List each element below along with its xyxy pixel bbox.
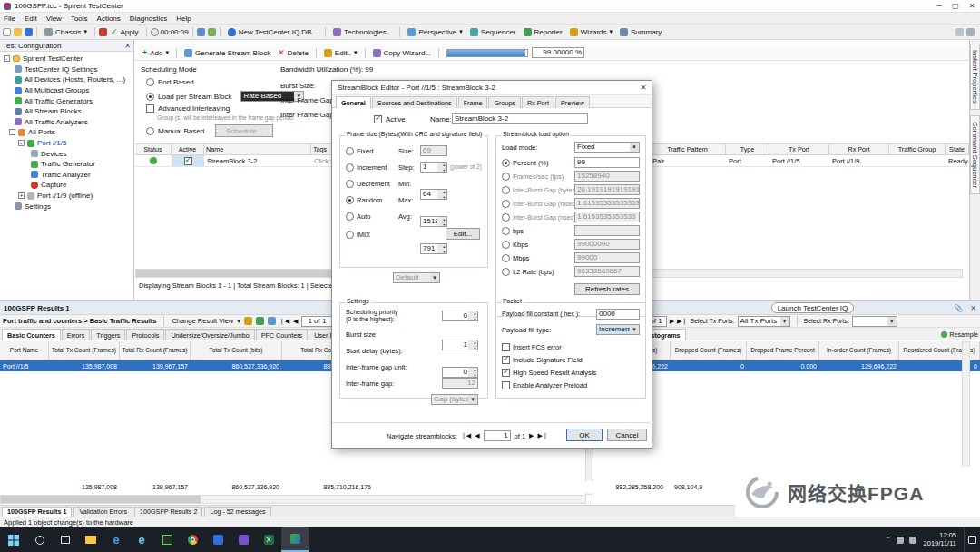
ok-button[interactable]: OK [566,429,603,441]
hsra-checkbox[interactable]: High Speed Result Analysis [502,369,596,377]
add-button[interactable]: +Add▾ [139,45,172,60]
load-mode-select[interactable]: Fixed [574,142,640,153]
auto-radio[interactable]: Auto [346,212,370,221]
nav-page-field[interactable]: 1 [484,430,511,441]
menu-actions[interactable]: Actions [97,15,121,23]
nav-prev-icon[interactable]: ◀ [475,432,479,439]
select-rx-ports-select[interactable] [852,316,897,327]
tab-basic-counters[interactable]: Basic Counters [2,329,61,340]
tree-item-iq-settings[interactable]: TestCenter IQ Settings [2,64,133,75]
tree-item-all-devices[interactable]: All Devices (Hosts, Routers, ...) [2,74,133,85]
active-checkbox[interactable]: Active [374,115,406,123]
fill-type-select[interactable]: Increment [596,324,640,335]
manual-based-radio[interactable]: Manual BasedSchedule... [146,124,273,137]
ifg-field[interactable]: 12 [442,378,478,389]
clock[interactable]: 12:05 2019/11/11 [924,532,956,547]
mbps-radio[interactable]: Mbps [502,254,529,262]
export-icon[interactable] [244,317,252,325]
tab-preview[interactable]: Preview [555,96,590,108]
tab-pfc-counters[interactable]: PFC Counters [256,329,309,340]
help-icon[interactable] [966,28,975,36]
ibg-nsec-field[interactable]: 1.6153535353533 [574,212,640,222]
percent-radio[interactable]: Percent (%) [502,159,549,167]
min-field[interactable]: 64 [420,189,447,200]
col-traffic-group[interactable]: Traffic Group [889,144,946,154]
ibg-msec-radio[interactable]: Inter-Burst Gap (msec) [502,200,577,208]
col-total-tx-bits[interactable]: Total Tx Count (bits) [191,341,282,360]
collapse-icon[interactable]: - [9,129,15,135]
col-active[interactable]: Active [172,144,204,154]
menu-file[interactable]: File [4,15,15,23]
start-button[interactable] [0,527,27,552]
excel-icon[interactable] [256,317,264,325]
col-dropped-count[interactable]: Dropped Count (Frames) [671,341,747,360]
open-folder-icon[interactable] [14,28,22,36]
nav-last-icon[interactable]: ▶❘ [538,432,548,439]
resample-button[interactable]: Resample [941,331,978,338]
dock-icon[interactable] [956,28,964,36]
chart-icon[interactable] [268,317,276,325]
fixed-radio[interactable]: Fixed [346,147,373,155]
random-radio[interactable]: Random [346,196,382,204]
utilization-percent-field[interactable]: 99.00000 % [532,47,584,58]
ibg-bytes-field[interactable]: 20.1919191919191 [574,184,640,195]
minimize-button[interactable]: ─ [931,0,947,12]
ibg-msec-field[interactable]: 1.61535353535353 [574,198,640,209]
results-left-hscrollbar[interactable] [0,495,586,504]
volume-tray-icon[interactable] [909,537,916,544]
tree-item-traffic-analyzers[interactable]: All Traffic Analyzers [2,117,133,128]
signature-checkbox[interactable]: Include Signature Field [502,356,583,364]
tab-general[interactable]: General [336,96,371,108]
chassis-button[interactable]: Chassis▾ [41,25,91,39]
bps-field[interactable] [574,225,640,236]
apply-button[interactable]: ✓Apply [107,25,142,39]
cancel-button[interactable]: Cancel [607,429,647,441]
col-traffic-pattern[interactable]: Traffic Pattern [650,144,726,154]
menu-tools[interactable]: Tools [71,15,88,23]
imix-edit-button[interactable]: Edit... [446,228,480,240]
stop-icon[interactable] [99,28,107,36]
tree-item-port-1-5[interactable]: -Port //1/5 [2,138,133,149]
save-icon[interactable] [24,28,33,36]
pager-first-icon[interactable]: ❘◀ [279,318,289,325]
preload-checkbox[interactable]: Enable Analyzer Preload [502,381,587,389]
col-port-name[interactable]: Port Name [0,341,49,360]
pin-icon[interactable]: 📎 [954,304,963,312]
nav-first-icon[interactable]: ❘◀ [461,432,471,439]
technologies-button[interactable]: Technologies... [329,25,396,39]
perspective-button[interactable]: Perspective▾ [404,25,466,39]
active-cell[interactable] [172,155,204,166]
launch-testcenter-iq-button[interactable]: Launch TestCenter IQ [771,302,855,313]
max-field[interactable]: 1518 [420,216,447,227]
col-rx-port[interactable]: Rx Port [829,144,889,154]
change-result-view-button[interactable]: Change Result View [172,317,233,325]
mbps-field[interactable]: 99000 [574,252,640,263]
tree-item-traffic-analyzer[interactable]: Traffic Analyzer [2,170,133,181]
tab-rx-port[interactable]: Rx Port [522,96,554,108]
tree-item-root[interactable]: -Spirent TestCenter [2,54,133,64]
notification-center-button[interactable] [964,527,980,552]
tree-item-capture[interactable]: Capture [2,180,133,191]
tab-frame[interactable]: Frame [458,96,488,108]
tab-groups[interactable]: Groups [488,96,521,108]
col-dropped-percent[interactable]: Dropped Frame Percent [747,341,819,360]
decrement-radio[interactable]: Decrement [346,180,390,188]
summary-button[interactable]: Summary... [616,25,671,39]
name-field[interactable]: StreamBlock 3-2 [452,113,588,124]
tab-triggers[interactable]: Triggers [91,329,125,340]
tray-expand-icon[interactable]: ⌃ [880,536,897,544]
tree-item-all-ports[interactable]: -All Ports [2,127,133,138]
fps-radio[interactable]: Frames/sec (fps) [502,172,564,181]
copy-wizard-button[interactable]: Copy Wizard... [369,45,435,60]
task-view-button[interactable] [53,527,78,552]
burst-size-field[interactable]: 1 [442,340,478,350]
kbps-radio[interactable]: Kbps [502,241,528,249]
schedule-button[interactable]: Schedule... [215,124,273,137]
tree-item-stream-blocks[interactable]: All Stream Blocks [2,106,133,117]
tab-undersize[interactable]: Undersize/Oversize/Jumbo [165,329,254,340]
reporter-button[interactable]: Reporter [520,25,566,39]
ie-button[interactable]: e [129,527,154,552]
new-file-icon[interactable] [3,28,11,36]
imix-radio[interactable]: iMIX [346,231,370,239]
delete-button[interactable]: ✕Delete [274,45,312,60]
